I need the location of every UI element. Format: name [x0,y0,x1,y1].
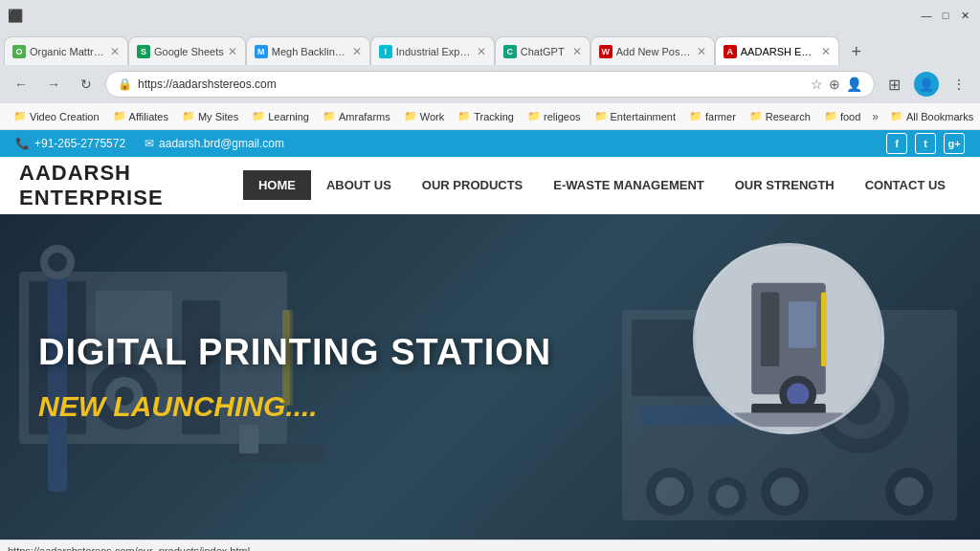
hero-text: DIGITAL PRINTING STATION NEW LAUNCHING..… [38,331,551,423]
folder-icon: 📁 [890,110,903,122]
tab-close-icon[interactable]: ✕ [821,45,831,58]
window-controls: — □ ✕ [919,8,972,23]
forward-button[interactable]: → [40,71,67,98]
tab-favicon: O [12,45,26,58]
bookmark-my-sites[interactable]: 📁 My Sites [176,108,244,124]
tab-megh[interactable]: M Megh Backlinks... ✕ [246,36,370,65]
folder-icon: 📁 [113,110,126,122]
address-bar: ← → ↻ 🔒 https://aadarshstereos.com ☆ ⊕ 👤… [0,65,980,103]
nav-home[interactable]: HOME [243,170,311,200]
twitter-icon[interactable]: t [915,133,936,154]
folder-icon: 📁 [457,110,471,122]
minimize-button[interactable]: — [919,8,934,23]
bookmark-research[interactable]: 📁 Research [744,108,816,124]
tab-close-icon[interactable]: ✕ [697,45,706,58]
machine-circle-image [693,243,884,434]
bookmark-label: religeos [544,111,581,122]
svg-rect-13 [239,425,258,453]
reload-button[interactable]: ↻ [73,71,100,98]
url-bar[interactable]: 🔒 https://aadarshstereos.com ☆ ⊕ 👤 [105,71,875,98]
bookmarks-right: 📁 All Bookmarks [884,108,979,124]
status-url: https://aadarshstereos.com/our_products/… [8,545,250,552]
bookmark-food[interactable]: 📁 food [818,108,866,124]
tab-label: AADARSH ENTE... [741,46,817,57]
extension-icon[interactable]: ⊕ [829,77,840,92]
bookmark-tracking[interactable]: 📁 Tracking [452,108,520,124]
bookmark-amrafarms[interactable]: 📁 Amrafarms [317,108,396,124]
svg-rect-35 [821,293,827,367]
profile-avatar: 👤 [914,72,939,97]
nav-about[interactable]: ABOUT US [311,170,407,200]
svg-rect-32 [789,301,816,348]
tab-close-icon[interactable]: ✕ [110,45,120,58]
svg-point-34 [787,384,809,406]
account-icon[interactable]: 👤 [846,77,862,92]
bookmark-label: Research [766,111,811,122]
tab-sheets[interactable]: S Google Sheets ✕ [128,36,246,65]
email-info: ✉ aadarsh.brd@gmail.com [145,137,284,150]
all-bookmarks-label: All Bookmarks [906,111,973,122]
bookmark-affiliates[interactable]: 📁 Affiliates [107,108,174,124]
profile-button[interactable]: 👤 [913,71,940,98]
bookmark-farmer[interactable]: 📁 farmer [683,108,742,124]
bookmark-label: food [840,111,860,122]
tab-close-icon[interactable]: ✕ [572,45,582,58]
tab-label: Add New Post -... [616,46,693,57]
tab-close-icon[interactable]: ✕ [228,45,237,58]
hero-title: DIGITAL PRINTING STATION [38,331,551,375]
folder-icon: 📁 [824,110,837,122]
folder-icon: 📁 [252,110,265,122]
maximize-button[interactable]: □ [938,8,953,23]
bookmark-star-icon[interactable]: ☆ [811,77,823,92]
browser-chrome: ⬛ — □ ✕ O Organic Mattre... ✕ S Google S… [0,0,980,130]
phone-icon: 📞 [15,137,30,150]
close-button[interactable]: ✕ [957,8,972,23]
bookmark-learning[interactable]: 📁 Learning [246,108,315,124]
nav-ewaste[interactable]: E-WASTE MANAGEMENT [538,170,719,200]
svg-point-22 [656,477,684,506]
tab-aadarsh[interactable]: A AADARSH ENTE... ✕ [715,36,839,65]
bookmark-religeos[interactable]: 📁 religeos [522,108,587,124]
phone-info: 📞 +91-265-2775572 [15,137,125,150]
nav-strength[interactable]: OUR STRENGTH [720,170,850,200]
bookmarks-more-button[interactable]: » [868,110,882,123]
email-text: aadarsh.brd@gmail.com [159,137,284,150]
extensions-button[interactable]: ⊞ [880,71,907,98]
nav-bar: AADARSH ENTERPRISE HOME ABOUT US OUR PRO… [0,157,980,214]
tab-chatgpt[interactable]: C ChatGPT ✕ [495,36,590,65]
all-bookmarks-button[interactable]: 📁 All Bookmarks [884,108,979,124]
folder-icon: 📁 [594,110,608,122]
tab-close-icon[interactable]: ✕ [352,45,362,58]
svg-point-11 [48,253,67,272]
bookmark-label: Video Creation [30,111,100,122]
bookmark-label: Amrafarms [339,111,390,122]
tab-close-icon[interactable]: ✕ [477,45,486,58]
bookmark-label: Tracking [474,111,514,122]
bookmark-entertainment[interactable]: 📁 Entertainment [589,108,681,124]
social-icons: f t g+ [886,133,965,154]
googleplus-icon[interactable]: g+ [944,133,965,154]
tab-favicon: A [724,45,737,58]
tab-label: ChatGPT [521,46,568,57]
back-button[interactable]: ← [8,71,34,98]
bookmark-video-creation[interactable]: 📁 Video Creation [8,108,105,124]
svg-point-24 [716,485,739,508]
status-bar: https://aadarshstereos.com/our_products/… [0,540,980,551]
hero-subtitle: NEW LAUNCHING.... [38,390,551,423]
folder-icon: 📁 [13,110,27,122]
tab-addpost[interactable]: W Add New Post -... ✕ [590,36,715,65]
tab-industrial[interactable]: I Industrial Exper... ✕ [370,36,495,65]
top-info-bar: 📞 +91-265-2775572 ✉ aadarsh.brd@gmail.co… [0,130,980,157]
nav-contact[interactable]: CONTACT US [850,170,961,200]
facebook-icon[interactable]: f [886,133,907,154]
bookmark-work[interactable]: 📁 Work [398,108,450,124]
site-logo: AADARSH ENTERPRISE [19,161,243,210]
tab-label: Megh Backlinks... [272,46,348,57]
nav-products[interactable]: OUR PRODUCTS [407,170,538,200]
bookmark-label: Work [420,111,444,122]
tab-bar: O Organic Mattre... ✕ S Google Sheets ✕ … [0,31,980,65]
url-bar-icons: ☆ ⊕ 👤 [811,77,862,92]
tab-organic[interactable]: O Organic Mattre... ✕ [4,36,128,65]
new-tab-button[interactable]: + [843,38,870,65]
settings-menu-button[interactable]: ⋮ [946,71,972,98]
